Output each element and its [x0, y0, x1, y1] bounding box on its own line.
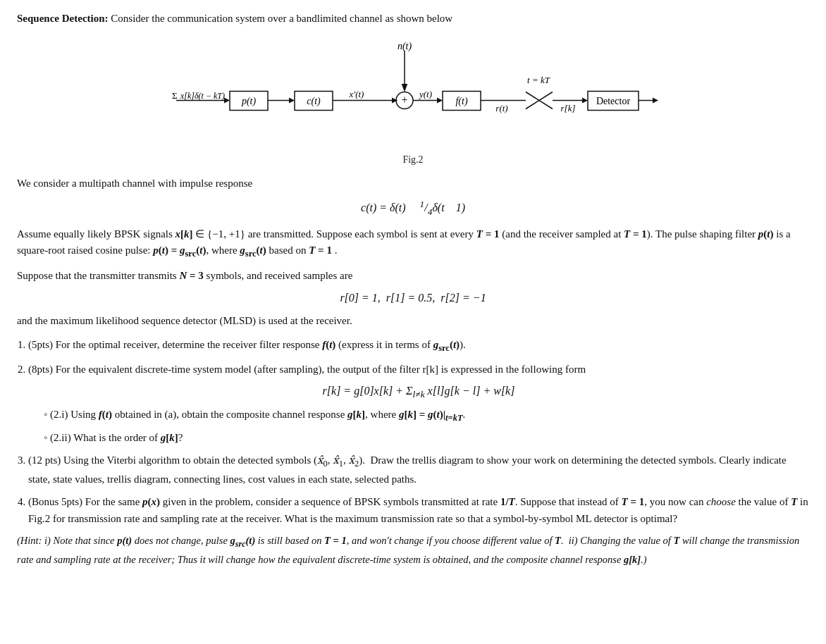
question-2: (8pts) For the equivalent discrete-time …: [28, 361, 809, 447]
block-diagram: n(t) Σ x[k]δ(t − kT) p(t) c(t) x′(t) + y…: [166, 37, 660, 150]
question-3: (12 pts) Using the Viterbi algorithm to …: [28, 452, 809, 488]
r-equation: r[0] = 1, r[1] = 0.5, r[2] = −1: [17, 292, 809, 304]
nt-label: n(t): [397, 41, 412, 52]
suppose-text: Suppose that the transmitter transmits N…: [17, 268, 809, 284]
pt-label: p(t): [241, 96, 257, 107]
title-rest: Consider the communication system over a…: [109, 13, 453, 24]
rk-label: r[k]: [561, 103, 576, 113]
sampler-det-arrowhead: [582, 98, 588, 104]
q1-pts: (5pts): [28, 339, 53, 350]
q3-pts: (12 pts): [28, 454, 61, 466]
input-arrowhead: [224, 98, 230, 104]
fig-label: Fig.2: [17, 154, 809, 166]
q2-equation: r[k] = g[0]x[k] + Σl≠k x[l]g[k − l] + w[…: [28, 382, 809, 402]
pt-ct-arrowhead: [289, 98, 295, 104]
q4-pts: (Bonus 5pts): [28, 496, 82, 507]
page-title: Sequence Detection: Consider the communi…: [17, 13, 809, 25]
xprime-label: x′(t): [349, 89, 364, 99]
ft-label: f(t): [455, 96, 467, 107]
q2-sublist: (2.i) Using f(t) obtained in (a), obtain…: [44, 406, 809, 446]
ct-equation: c(t) = δ(t) 1/4δ(t 1): [17, 199, 809, 218]
tkT-label: t = kT: [527, 75, 550, 85]
sum-signal-label: Σ: [172, 90, 178, 101]
title-bold: Sequence Detection:: [17, 13, 109, 24]
yt-label: y(t): [418, 89, 432, 99]
q2-sub-ii: (2.ii) What is the order of g[k]?: [44, 429, 809, 446]
multipath-text: We consider a multipath channel with imp…: [17, 175, 809, 192]
xk-label: x[k]δ(t − kT): [180, 91, 225, 101]
adder-ft-arrowhead: [437, 98, 443, 104]
question-1: (5pts) For the optimal receiver, determi…: [28, 336, 809, 355]
q2-pts: (8pts): [28, 364, 53, 375]
adder-plus: +: [401, 94, 407, 106]
question-list: (5pts) For the optimal receiver, determi…: [28, 336, 809, 528]
hint-text: (Hint: i) Note that since p(t) does not …: [17, 533, 809, 567]
diagram-container: n(t) Σ x[k]δ(t − kT) p(t) c(t) x′(t) + y…: [17, 37, 809, 150]
rt-label: r(t): [495, 103, 507, 113]
q2-sub-i: (2.i) Using f(t) obtained in (a), obtain…: [44, 406, 809, 425]
det-output-arrowhead: [653, 98, 658, 104]
detector-label: Detector: [596, 96, 631, 106]
ct-label: c(t): [307, 96, 321, 107]
mlsd-text: and the maximum likelihood sequence dete…: [17, 313, 809, 329]
bpsk-text: Assume equally likely BPSK signals x[k] …: [17, 226, 809, 261]
question-4: (Bonus 5pts) For the same p(x) given in …: [28, 493, 809, 527]
